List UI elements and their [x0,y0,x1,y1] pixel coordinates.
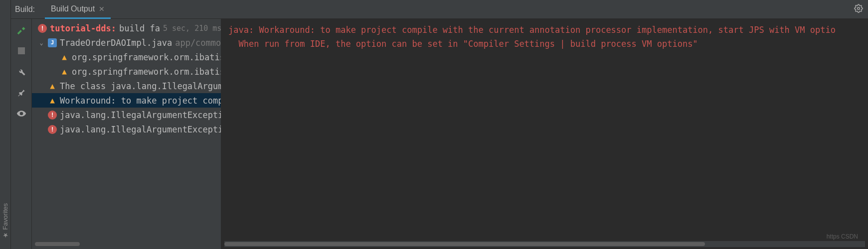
msg-text: Workaround: to make project compi [60,96,221,106]
warning-icon: ▲ [60,67,69,76]
favorites-label-text: Favorites [1,203,9,230]
warning-icon: ▲ [48,96,57,105]
tree-row-warn[interactable]: ▲ The class java.lang.IllegalArgume [32,79,221,93]
root-name: tutorial-dds: [50,23,116,33]
tab-bar: Build: Build Output ✕ [11,0,868,19]
stop-icon[interactable] [16,46,26,56]
watermark: https CSDN [827,233,858,240]
tree-scrollbar[interactable] [35,241,218,247]
scrollbar-thumb[interactable] [224,242,705,246]
tab-build-output[interactable]: Build Output ✕ [45,0,111,19]
favorites-sidebar: ★ Favorites [0,0,11,249]
error-icon: ! [38,24,47,33]
build-label: Build: [15,5,35,14]
settings-gear[interactable] [854,4,868,15]
error-icon: ! [48,111,57,120]
wrench-icon[interactable] [16,67,26,77]
svg-point-0 [858,7,860,9]
file-name: TradeOrderDAOImpl.java [60,38,172,48]
scrollbar-thumb[interactable] [35,242,80,246]
output-scrollbar[interactable] [224,241,865,247]
root-timing: 5 sec, 210 ms [163,24,221,33]
output-line: When run from IDE, the option can be set… [228,39,698,49]
msg-text: org.springframework.orm.ibatis [72,52,221,62]
tree-row-warn[interactable]: ▲ org.springframework.orm.ibatis [32,50,221,64]
star-icon: ★ [1,232,9,239]
output-panel: java: Workaround: to make project compil… [221,19,868,249]
msg-text: The class java.lang.IllegalArgume [60,81,221,91]
favorites-tab[interactable]: ★ Favorites [1,203,9,239]
pin-icon[interactable] [16,88,26,98]
tree-row-error[interactable]: ! java.lang.IllegalArgumentExceptio [32,108,221,122]
tree-row-root[interactable]: ! tutorial-dds: build fa 5 sec, 210 ms [32,21,221,35]
main-area: Build: Build Output ✕ [11,0,868,249]
eye-icon[interactable] [16,109,26,119]
warning-icon: ▲ [48,82,57,91]
error-icon: ! [48,125,57,134]
content-row: ! tutorial-dds: build fa 5 sec, 210 ms ⌄… [11,19,868,249]
output-text: java: Workaround: to make project compil… [221,19,868,241]
tree-row-error[interactable]: ! java.lang.IllegalArgumentExceptio [32,122,221,136]
tool-column [11,19,32,249]
close-icon[interactable]: ✕ [99,5,105,13]
hammer-icon[interactable] [16,25,26,35]
java-file-icon: J [48,38,57,47]
chevron-down-icon[interactable]: ⌄ [38,39,45,46]
msg-text: java.lang.IllegalArgumentExceptio [60,110,221,120]
tree-row-warn-selected[interactable]: ▲ Workaround: to make project compi [32,93,221,108]
msg-text: org.springframework.orm.ibatis [72,67,221,77]
file-path: app/common [175,38,221,48]
tree-content: ! tutorial-dds: build fa 5 sec, 210 ms ⌄… [32,19,221,241]
tree-row-file[interactable]: ⌄ J TradeOrderDAOImpl.java app/common [32,35,221,50]
tree-row-warn[interactable]: ▲ org.springframework.orm.ibatis [32,64,221,79]
svg-rect-1 [18,47,25,54]
gear-icon [854,4,863,13]
msg-text: java.lang.IllegalArgumentExceptio [60,124,221,134]
root-status: build fa [119,23,160,33]
output-line: java: Workaround: to make project compil… [228,25,836,35]
tab-label-text: Build Output [51,4,95,13]
warning-icon: ▲ [60,53,69,62]
tree-panel: ! tutorial-dds: build fa 5 sec, 210 ms ⌄… [32,19,221,249]
